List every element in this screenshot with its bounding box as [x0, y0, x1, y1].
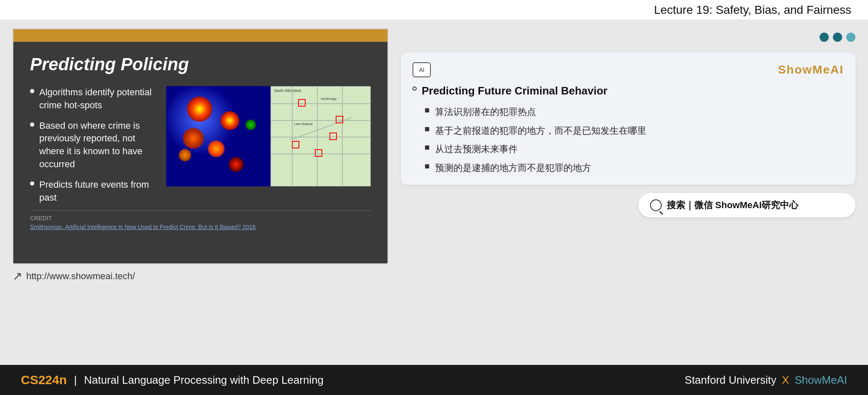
sub-bullet-square-1 [425, 108, 429, 112]
search-bar[interactable]: 搜索｜微信 ShowMeAI研究中心 [638, 193, 855, 217]
slide-credit-label: CREDIT [30, 215, 371, 222]
university-name: Stanford University [685, 374, 777, 386]
card-sub-text-1: 算法识别潜在的犯罪热点 [435, 106, 536, 119]
sub-bullet-square-3 [425, 145, 429, 150]
slide-body: Predicting Policing Algorithms identify … [13, 42, 387, 263]
bullet-dot-3 [30, 181, 34, 186]
slide-content: Algorithms identify potential crime hot-… [30, 86, 371, 204]
slide-bullet-3: Predicts future events from past [30, 178, 158, 204]
nav-dot-3[interactable] [846, 33, 855, 42]
lecture-title: Lecture 19: Safety, Bias, and Fairness [654, 3, 851, 17]
card-header: AI ShowMeAI [412, 62, 844, 77]
bottom-showmeai: ShowMeAI [795, 374, 847, 386]
nav-dots [401, 33, 855, 42]
main-content: Predicting Policing Algorithms identify … [0, 20, 868, 365]
ai-icon: AI [412, 62, 431, 77]
bullet-dot-2 [30, 122, 34, 127]
bullet-dot-1 [30, 89, 34, 93]
slide-frame: Predicting Policing Algorithms identify … [13, 28, 388, 264]
slide-bullet-1: Algorithms identify potential crime hot-… [30, 86, 158, 112]
map-marker-5 [292, 141, 299, 148]
cursor-icon: ↗ [13, 269, 22, 283]
top-bar: Lecture 19: Safety, Bias, and Fairness [0, 0, 868, 20]
right-panel: AI ShowMeAI Predicting Future Criminal B… [401, 28, 855, 217]
card-sub-bullet-1: 算法识别潜在的犯罪热点 [425, 106, 844, 119]
search-icon [650, 199, 662, 211]
nav-dot-1[interactable] [820, 33, 829, 42]
card-sub-bullets: 算法识别潜在的犯罪热点 基于之前报道的犯罪的地方，而不是已知发生在哪里 从过去预… [412, 106, 844, 175]
slide-images: North Hills West Northridge Lake Balboa [166, 86, 371, 186]
slide-footer: CREDIT Smithsonian, Artificial Intellige… [30, 210, 371, 231]
sub-bullet-square-2 [425, 127, 429, 131]
slide-title: Predicting Policing [30, 54, 371, 74]
nav-dot-2[interactable] [833, 33, 842, 42]
showmeai-card: AI ShowMeAI Predicting Future Criminal B… [401, 52, 855, 185]
card-sub-text-3: 从过去预测未来事件 [435, 143, 518, 156]
map-visualization: North Hills West Northridge Lake Balboa [271, 86, 371, 186]
course-name: Natural Language Processing with Deep Le… [84, 374, 324, 387]
card-sub-bullet-2: 基于之前报道的犯罪的地方，而不是已知发生在哪里 [425, 125, 844, 138]
course-code: CS224n [21, 373, 67, 387]
map-marker-3 [329, 133, 337, 140]
card-sub-bullet-4: 预测的是逮捕的地方而不是犯罪的地方 [425, 162, 844, 175]
url-bar: ↗ http://www.showmeai.tech/ [13, 269, 388, 283]
bottom-divider: | [71, 374, 80, 387]
slide-bullets: Algorithms identify potential crime hot-… [30, 86, 158, 204]
slide-credit-link[interactable]: Smithsonian, Artificial Intelligence Is … [30, 224, 256, 230]
slide-bullet-2: Based on where crime is previously repor… [30, 120, 158, 171]
card-sub-bullet-3: 从过去预测未来事件 [425, 143, 844, 156]
url-text[interactable]: http://www.showmeai.tech/ [26, 271, 135, 282]
card-main-bullet: Predicting Future Criminal Behavior [412, 84, 844, 98]
bottom-right: Stanford University X ShowMeAI [685, 374, 847, 387]
x-symbol: X [782, 374, 789, 386]
bottom-left: CS224n | Natural Language Processing wit… [21, 373, 324, 387]
bottom-bar: CS224n | Natural Language Processing wit… [0, 365, 868, 395]
slide-container: Predicting Policing Algorithms identify … [13, 28, 388, 283]
map-marker-2 [336, 116, 343, 123]
heatmap-visualization [166, 86, 271, 186]
map-marker-1 [298, 99, 306, 107]
search-text: 搜索｜微信 ShowMeAI研究中心 [667, 199, 798, 212]
map-marker-4 [315, 149, 322, 157]
main-bullet-circle [412, 87, 417, 91]
card-sub-text-4: 预测的是逮捕的地方而不是犯罪的地方 [435, 162, 591, 175]
slide-top-bar [13, 29, 387, 42]
card-sub-text-2: 基于之前报道的犯罪的地方，而不是已知发生在哪里 [435, 125, 646, 138]
sub-bullet-square-4 [425, 164, 429, 168]
showmeai-brand: ShowMeAI [778, 63, 844, 76]
card-main-text: Predicting Future Criminal Behavior [422, 84, 607, 98]
